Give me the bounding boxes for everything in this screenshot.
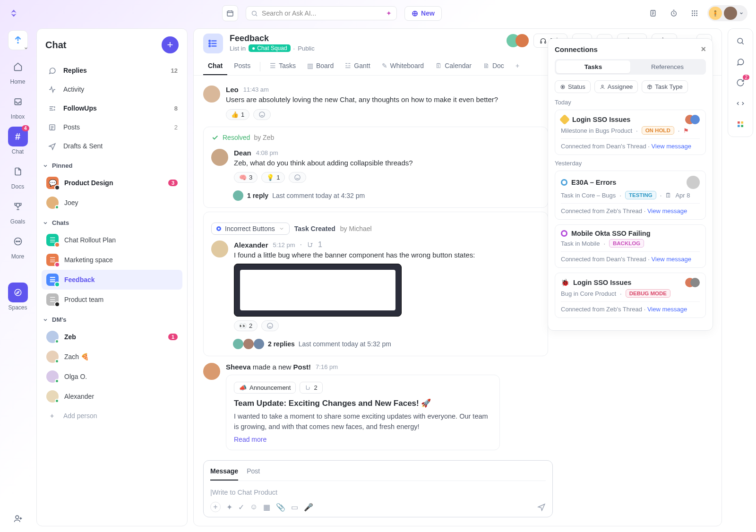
view-message-link[interactable]: View message [647, 207, 687, 215]
dm-zach[interactable]: Zach 🍕 [42, 347, 182, 367]
sidebar-drafts[interactable]: Drafts & Sent [42, 137, 182, 155]
thread-replies[interactable]: 1 replyLast comment today at 4:32 pm [211, 190, 540, 201]
gif-icon[interactable]: ▦ [263, 503, 270, 512]
composer-input[interactable]: |Write to Chat Product [210, 486, 546, 502]
workspace-switcher[interactable] [8, 30, 28, 50]
chat-marketing[interactable]: ☰Marketing space [42, 250, 182, 270]
squad-chip[interactable]: ● Chat Squad [249, 44, 291, 52]
tab-doc[interactable]: 🗎Doc [478, 58, 509, 75]
task-icon[interactable]: ✓ [238, 503, 244, 512]
search-button[interactable] [735, 35, 746, 47]
video-icon[interactable]: ▭ [291, 503, 298, 512]
sidebar-replies[interactable]: Replies12 [42, 61, 182, 80]
add-reaction-button[interactable] [289, 172, 306, 183]
task-chip[interactable]: Incorrect Buttons [211, 223, 290, 235]
notepad-button[interactable] [645, 5, 661, 21]
add-reaction-button[interactable] [261, 320, 279, 331]
filter-task-type[interactable]: Task Type [642, 80, 687, 93]
thread-replies[interactable]: 2 repliesLast comment today at 5:32 pm [211, 339, 540, 349]
reaction[interactable]: 💡1 [261, 172, 285, 183]
add-reaction-button[interactable] [253, 109, 271, 120]
new-chat-button[interactable]: + [162, 36, 179, 53]
connection-card[interactable]: 🐞Login SSO Issues Bug in Core Product·DE… [555, 273, 706, 318]
dms-header[interactable]: DM's [37, 311, 187, 325]
nav-invite[interactable] [4, 514, 32, 523]
view-message-link[interactable]: View message [652, 143, 691, 150]
status-icon [560, 84, 566, 90]
dm-alexander[interactable]: Alexander [42, 386, 182, 406]
calendar-button[interactable] [222, 5, 238, 21]
connections-segment: Tasks References [555, 59, 706, 75]
tab-board[interactable]: ▥Board [302, 58, 338, 75]
reaction[interactable]: 🧠3 [234, 172, 258, 183]
pinned-header[interactable]: Pinned [37, 157, 187, 171]
read-more-link[interactable]: Read more [234, 436, 492, 443]
connection-card[interactable]: E30A – Errors Task in Core – Bugs·TESTIN… [555, 171, 706, 220]
chats-header[interactable]: Chats [37, 215, 187, 228]
seg-tasks[interactable]: Tasks [556, 60, 630, 73]
image-attachment[interactable] [234, 264, 402, 317]
pinned-product-design[interactable]: 💬Product Design3 [42, 173, 182, 193]
tab-gantt[interactable]: ☳Gantt [340, 58, 375, 75]
nav-home[interactable]: Home [4, 57, 32, 85]
avatar[interactable] [203, 86, 220, 103]
add-button[interactable]: + [210, 502, 221, 512]
search-input[interactable]: Search or Ask AI... ✦ [246, 6, 397, 20]
approvals-button[interactable]: 2 [735, 77, 746, 88]
view-message-link[interactable]: View message [652, 256, 691, 263]
add-view-button[interactable]: + [511, 58, 524, 75]
send-button[interactable] [537, 503, 546, 511]
tab-calendar[interactable]: 🗓Calendar [430, 58, 476, 75]
reaction[interactable]: 👀2 [234, 320, 258, 331]
post-card[interactable]: 📣Announcement 2 Team Update: Exciting Ch… [226, 375, 500, 451]
nav-more[interactable]: More [4, 232, 32, 260]
connection-card[interactable]: Login SSO Issues Milestone in Bugs Produ… [555, 110, 706, 155]
sidebar-followups[interactable]: FollowUps8 [42, 99, 182, 118]
connection-meta: Milestone in Bugs Product [561, 127, 632, 134]
ai-icon[interactable]: ✦ [226, 503, 232, 512]
apps-grid-button[interactable] [687, 5, 703, 21]
dm-zeb[interactable]: Zeb1 [42, 327, 182, 347]
nav-inbox[interactable]: Inbox [4, 92, 32, 120]
tab-chat[interactable]: Chat [203, 58, 227, 75]
composer-tab-message[interactable]: Message [210, 465, 238, 481]
add-person[interactable]: +Add person [42, 406, 182, 425]
nav-spaces[interactable]: Spaces [4, 283, 32, 311]
reaction[interactable]: 👍1 [226, 109, 249, 120]
chat-rollout-plan[interactable]: ☰Chat Rollout Plan [42, 230, 182, 250]
avatar[interactable] [211, 149, 228, 166]
nav-chat[interactable]: 4#Chat [4, 127, 32, 155]
timer-button[interactable] [666, 5, 682, 21]
avatar[interactable] [211, 240, 228, 257]
chat-feedback[interactable]: ☰Feedback [42, 270, 182, 290]
reply-count: 1 reply [247, 192, 268, 199]
filter-status[interactable]: Status [555, 80, 591, 93]
emoji-icon[interactable]: ☺ [250, 503, 258, 511]
sidebar-posts[interactable]: Posts2 [42, 118, 182, 137]
chat-product-team[interactable]: ☰Product team [42, 290, 182, 309]
tab-posts[interactable]: Posts [229, 58, 255, 75]
nav-docs[interactable]: Docs [4, 162, 32, 190]
filter-assignee[interactable]: Assignee [594, 80, 638, 93]
tab-whiteboard[interactable]: ✎Whiteboard [377, 58, 429, 75]
apps-button[interactable] [735, 119, 746, 130]
member-avatars[interactable] [507, 34, 529, 47]
composer-tab-post[interactable]: Post [247, 465, 260, 481]
new-button[interactable]: ⊕ New [404, 6, 442, 21]
connection-card[interactable]: Mobile Okta SSO Failing Task in Mobile·B… [555, 224, 706, 268]
sidebar-activity[interactable]: Activity [42, 80, 182, 99]
mic-icon[interactable]: 🎤 [304, 503, 313, 512]
row-label: Product team [64, 296, 178, 303]
avatar[interactable] [203, 363, 220, 380]
attachment-icon[interactable]: 📎 [276, 503, 285, 512]
close-button[interactable]: × [701, 44, 706, 54]
tab-tasks[interactable]: ☰Tasks [265, 58, 301, 75]
view-message-link[interactable]: View message [647, 306, 687, 313]
comments-button[interactable] [735, 56, 746, 68]
dm-olga[interactable]: Olga O. [42, 367, 182, 386]
connections-button[interactable] [735, 98, 746, 109]
seg-references[interactable]: References [630, 60, 704, 73]
nav-goals[interactable]: Goals [4, 197, 32, 225]
pinned-joey[interactable]: Joey [42, 193, 182, 213]
user-menu[interactable]: 🧍 [707, 5, 747, 21]
